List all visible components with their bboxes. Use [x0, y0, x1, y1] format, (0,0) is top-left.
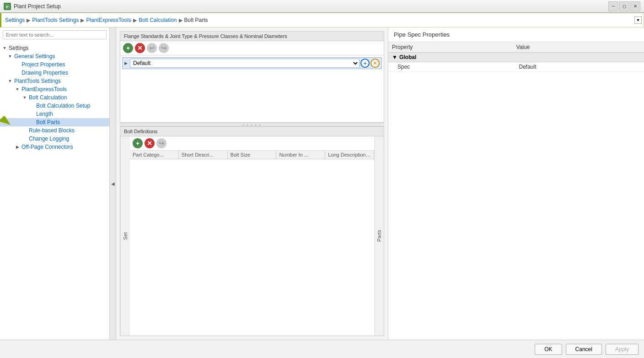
tree-item-change-logging[interactable]: Change Logging: [0, 135, 109, 143]
col-header-part-category: Part Catego...: [130, 151, 179, 159]
cancel-button[interactable]: Cancel: [566, 344, 602, 355]
tree-label-plantexpress: PlantExpressTools: [21, 86, 67, 92]
tree-toggle-planttools[interactable]: ▼: [7, 78, 13, 84]
row-remove-button[interactable]: ✕: [370, 59, 380, 68]
default-select[interactable]: Default: [130, 59, 360, 68]
ok-button[interactable]: OK: [535, 344, 562, 355]
resize-handle[interactable]: • • • • •: [120, 123, 384, 126]
prop-header-value: Value: [516, 44, 641, 50]
default-expand[interactable]: ▶: [124, 61, 130, 65]
tree-label-general: General Settings: [14, 53, 55, 60]
breadcrumb-bar: Settings ▶ PlantTools Settings ▶ PlantEx…: [0, 13, 644, 27]
breadcrumb: Settings ▶ PlantTools Settings ▶ PlantEx…: [5, 17, 640, 23]
tree-item-plantexpress[interactable]: ▼ PlantExpressTools: [0, 85, 109, 93]
tree-item-length[interactable]: Length: [0, 110, 109, 118]
table-headers: Part Catego... Short Descri... Bolt Size…: [130, 151, 374, 159]
tree-toggle-bolt-calc[interactable]: ▼: [22, 95, 27, 100]
main-layout: ▼ Settings ▼ General Settings Project Pr…: [0, 27, 644, 340]
col-header-long-desc: Long Description (Size): [325, 151, 374, 159]
tree-label-planttools: PlantTools Settings: [14, 78, 61, 84]
footer: OK Cancel Apply: [0, 340, 644, 358]
tree-item-off-page[interactable]: ▶ Off-Page Connectors: [0, 143, 109, 151]
center-panel: Flange Standards & Joint Type & Pressure…: [116, 27, 388, 340]
tree-label-off-page: Off-Page Connectors: [21, 144, 73, 150]
breadcrumb-bolt-calc[interactable]: Bolt Calculation: [139, 17, 177, 23]
prop-group-global: ▼ Global: [388, 53, 644, 62]
collapse-handle[interactable]: ◀: [110, 27, 116, 340]
bottom-toolbar: + ✕ ↪: [130, 136, 374, 151]
tree-toggle-off-page[interactable]: ▶: [15, 144, 20, 150]
tree-label-settings: Settings: [9, 45, 28, 51]
breadcrumb-sep-4: ▶: [179, 17, 182, 23]
top-remove-button[interactable]: ✕: [135, 43, 145, 53]
prop-group-toggle[interactable]: ▼: [392, 54, 397, 60]
row-add-button[interactable]: +: [360, 59, 370, 68]
tree-item-bolt-parts[interactable]: Bolt Parts: [0, 118, 109, 126]
tree-spacer-3: [29, 103, 35, 108]
tree-spacer-5: [29, 119, 35, 125]
right-panel-title: Pipe Spec Properties: [388, 27, 644, 42]
breadcrumb-sep-1: ▶: [27, 17, 30, 23]
tree-label-bolt-calc-setup: Bolt Calculation Setup: [36, 103, 90, 109]
tree-item-settings[interactable]: ▼ Settings: [0, 44, 109, 52]
tree-toggle-general[interactable]: ▼: [7, 54, 13, 59]
prop-spec-value: Default: [519, 64, 641, 70]
tree-spacer-2: [15, 70, 20, 76]
tree-label-bolt-parts: Bolt Parts: [36, 119, 60, 125]
tree-item-drawing-properties[interactable]: Drawing Properties: [0, 69, 109, 77]
minimize-button[interactable]: ─: [608, 1, 618, 11]
col-header-bolt-size: Bolt Size: [228, 151, 277, 159]
col-header-number-in: Number In ...: [276, 151, 325, 159]
tree-spacer-1: [15, 62, 20, 67]
breadcrumb-bolt-parts: Bolt Parts: [184, 17, 208, 23]
col-header-short-desc: Short Descri...: [179, 151, 228, 159]
breadcrumb-settings[interactable]: Settings: [5, 17, 25, 23]
tree-label-length: Length: [36, 111, 53, 117]
search-input[interactable]: [3, 30, 107, 39]
tree-container: ▼ Settings ▼ General Settings Project Pr…: [0, 42, 109, 340]
top-toolbar: + ✕ ↩ ↪: [120, 41, 384, 55]
top-section: Flange Standards & Joint Type & Pressure…: [120, 31, 384, 123]
bottom-add-button[interactable]: +: [133, 138, 143, 148]
bottom-remove-button[interactable]: ✕: [145, 138, 155, 148]
tree-label-bolt-calc: Bolt Calculation: [29, 94, 67, 101]
tree-item-bolt-calculation[interactable]: ▼ Bolt Calculation: [0, 93, 109, 102]
tree-item-bolt-calc-setup[interactable]: Bolt Calculation Setup: [0, 102, 109, 110]
breadcrumb-dropdown[interactable]: ▼: [634, 16, 642, 24]
table-body: [130, 159, 374, 336]
top-undo-button[interactable]: ↩: [147, 43, 157, 53]
breadcrumb-plantexpress[interactable]: PlantExpressTools: [86, 17, 131, 23]
prop-spec-name: Spec: [392, 64, 519, 70]
bottom-inner: Set + ✕ ↪ Part Catego... Short Descri...…: [120, 136, 384, 336]
tree-item-general-settings[interactable]: ▼ General Settings: [0, 52, 109, 60]
top-redo-button[interactable]: ↪: [159, 43, 169, 53]
tree-spacer-4: [29, 111, 35, 117]
tree-item-planttools-settings[interactable]: ▼ PlantTools Settings: [0, 77, 109, 85]
tree-toggle-settings[interactable]: ▼: [2, 45, 7, 51]
right-panel: Pipe Spec Properties Property Value ▼ Gl…: [388, 27, 644, 340]
tree-label-change-logging: Change Logging: [29, 136, 69, 142]
breadcrumb-sep-2: ▶: [80, 17, 84, 23]
close-button[interactable]: ✕: [630, 1, 640, 11]
prop-group-name: Global: [399, 54, 416, 60]
svg-text:P: P: [6, 5, 9, 9]
tree-label-drawing-properties: Drawing Properties: [21, 70, 68, 76]
title-bar: P Plant Project Setup ─ ◻ ✕: [0, 0, 644, 13]
bottom-section: Bolt Definitions Set + ✕ ↪ Part Catego..…: [120, 126, 384, 336]
breadcrumb-planttools[interactable]: PlantTools Settings: [32, 17, 79, 23]
tree-item-project-properties[interactable]: Project Properties: [0, 60, 109, 69]
app-icon: P: [4, 3, 11, 10]
tree-label-rule-based: Rule-based Blocks: [29, 127, 75, 134]
tree-toggle-plantexpress[interactable]: ▼: [15, 87, 20, 92]
tree-label-project-properties: Project Properties: [21, 61, 65, 68]
prop-row-spec: Spec Default: [388, 62, 644, 72]
tree-item-rule-based[interactable]: Rule-based Blocks: [0, 126, 109, 135]
apply-button[interactable]: Apply: [606, 344, 639, 355]
top-add-button[interactable]: +: [123, 43, 133, 53]
tree-spacer-6: [22, 128, 27, 133]
bottom-redo-button[interactable]: ↪: [156, 138, 166, 148]
bottom-table-area: + ✕ ↪ Part Catego... Short Descri... Bol…: [130, 136, 374, 336]
top-section-title: Flange Standards & Joint Type & Pressure…: [120, 32, 384, 41]
restore-button[interactable]: ◻: [619, 1, 629, 11]
parts-label: Parts: [374, 136, 384, 336]
